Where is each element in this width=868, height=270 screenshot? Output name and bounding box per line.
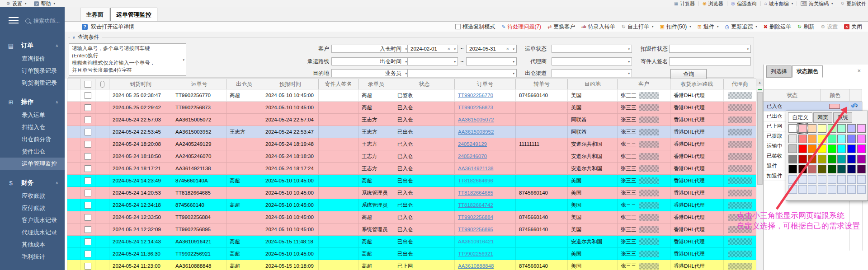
sender-signature-input[interactable] (669, 57, 751, 65)
order-link[interactable]: TT9902256895 (458, 223, 493, 235)
row-select-cell[interactable] (80, 102, 95, 114)
sidebar-item[interactable]: 其他成本 (0, 238, 65, 251)
inbound-from-date[interactable]: 2024-02-01×▾ (407, 45, 458, 53)
select-all-checkbox[interactable] (85, 81, 91, 88)
color-cell[interactable] (798, 155, 807, 163)
color-cell[interactable] (820, 104, 849, 109)
waybill-status-select[interactable]: ▾ (552, 45, 632, 53)
sidebar-item[interactable]: 扫描入仓 (0, 121, 65, 133)
color-cell[interactable] (788, 135, 797, 143)
column-header-status[interactable]: 状态 (394, 79, 455, 89)
close-button[interactable]: ✕关闭 (844, 23, 862, 31)
order-link[interactable]: AA3610888848 (458, 260, 494, 270)
refresh-button[interactable]: ↻刷新 (797, 23, 814, 31)
order-link[interactable]: AA3614921138 (458, 163, 493, 174)
update-tracking-button[interactable]: ◷更新追踪▾ (725, 23, 757, 31)
panel-tab-状态颜色[interactable]: 状态颜色 (792, 65, 823, 78)
color-cell[interactable] (798, 165, 807, 173)
color-cell[interactable] (857, 135, 866, 143)
row-select-cell[interactable] (80, 126, 95, 138)
sidebar-item[interactable]: 出仓前分货 (0, 133, 65, 145)
color-cell[interactable] (808, 155, 816, 163)
marquee-checkbox[interactable] (455, 24, 461, 29)
change-customer-button[interactable]: ⇄更换客户 (547, 23, 575, 31)
color-cell[interactable] (847, 144, 856, 153)
color-cell[interactable] (847, 135, 856, 143)
table-row[interactable]: 2024-05-24 11:36:30TT9902256921高超2024-05… (67, 248, 756, 260)
column-header-sender-signature[interactable]: 寄件人签名 (319, 79, 359, 89)
row-checkbox[interactable] (85, 190, 91, 196)
color-cell[interactable] (837, 155, 846, 163)
table-row[interactable]: 2024-05-24 18:20:08AA24052491292024-05-2… (67, 138, 756, 150)
cell-order-no[interactable]: TT9902256873 (455, 102, 516, 114)
scroll-up-icon[interactable]: ▲ (756, 79, 763, 86)
cell-order-no[interactable]: TT9902256895 (455, 223, 516, 236)
calculator-button[interactable]: ▦计算器 (674, 0, 695, 7)
color-cell[interactable] (847, 155, 856, 163)
order-link[interactable]: TT8182664696 (458, 175, 493, 186)
order-link[interactable]: TT8182664742 (458, 199, 493, 211)
settings-menu[interactable]: ⚙设置▾ (6, 0, 26, 7)
row-select-cell[interactable] (80, 248, 95, 260)
column-header-order-no[interactable]: 订单号 (455, 79, 516, 89)
color-cell[interactable] (808, 135, 816, 143)
row-checkbox[interactable] (85, 177, 91, 184)
table-row[interactable]: 2024-05-24 14:20:53TT81826646852024-05-1… (67, 187, 756, 199)
order-link[interactable]: TT9902256873 (458, 102, 493, 113)
table-row[interactable]: 2024-05-25 02:29:42TT99022568732024-05-1… (67, 102, 756, 114)
scrollbar-thumb[interactable] (757, 92, 763, 185)
order-link[interactable]: AA3610916421 (458, 236, 494, 247)
empty-color-cell[interactable] (857, 185, 866, 194)
waybill-no-textarea[interactable]: 请输入单号，多个单号请按回车键 (Enter)换行 模糊查询模式仅允许输入一个单… (69, 43, 186, 76)
delete-waybill-button[interactable]: ✖删除运单 (764, 23, 791, 31)
empty-color-cell[interactable] (788, 175, 797, 184)
color-cell[interactable] (798, 135, 807, 143)
salesman-select[interactable]: ▾ (407, 69, 517, 77)
agent-select[interactable]: ▾ (552, 57, 632, 65)
hold-items-button[interactable]: ▣扣件(50)▾ (660, 23, 691, 31)
column-header-customer[interactable]: 客户 (618, 79, 670, 89)
row-checkbox[interactable] (85, 165, 91, 172)
order-link[interactable]: 2405249129 (458, 138, 487, 150)
color-cell[interactable] (837, 135, 846, 143)
cell-order-no[interactable]: 2405249129 (455, 138, 516, 150)
sidebar-item[interactable]: 订单预录记录 (0, 65, 65, 77)
row-checkbox[interactable] (85, 104, 91, 111)
color-cell[interactable] (788, 124, 797, 133)
row-checkbox[interactable] (85, 202, 91, 209)
row-select-cell[interactable] (80, 187, 95, 199)
color-cell[interactable] (818, 124, 826, 133)
color-cell[interactable] (798, 124, 807, 133)
cell-order-no[interactable]: TT8182664685 (455, 187, 516, 199)
tab-inactive[interactable]: 主界面 (80, 8, 109, 21)
color-cell[interactable] (828, 165, 836, 173)
empty-color-cell[interactable] (798, 185, 807, 194)
empty-color-cell[interactable] (837, 185, 846, 194)
sidebar-item[interactable]: 到货测重记录 (0, 77, 65, 89)
table-row[interactable]: 2024-05-24 18:17:21AA36149211382024-05-2… (67, 163, 756, 175)
color-cell[interactable] (857, 155, 866, 163)
color-cell[interactable] (828, 155, 836, 163)
table-row[interactable]: 2024-05-25 02:38:47TT9902256770高超2024-05… (67, 89, 756, 102)
order-link[interactable]: AA3615003952 (458, 126, 494, 138)
pending-transfer-button[interactable]: ab待录入转单 (581, 23, 615, 31)
hold-return-status-select[interactable]: ▾ (669, 45, 751, 53)
column-header-arrival-time[interactable]: 到货时间 (109, 79, 172, 89)
row-checkbox[interactable] (85, 141, 91, 148)
clear-icon[interactable]: × (448, 45, 450, 52)
row-checkbox[interactable] (85, 263, 91, 270)
empty-color-cell[interactable] (857, 175, 866, 184)
row-select-cell[interactable] (80, 199, 95, 211)
browser-button[interactable]: ◉浏览器 (703, 0, 723, 7)
cell-order-no[interactable]: AA3610888848 (455, 260, 516, 270)
sidebar-item[interactable]: 应付账款 (0, 202, 65, 214)
color-cell[interactable] (818, 165, 826, 173)
row-select-cell[interactable] (80, 211, 95, 223)
empty-color-cell[interactable] (847, 175, 856, 184)
table-row[interactable]: 2024-05-24 18:18:50AA24052460702024-05-2… (67, 150, 756, 163)
empty-color-cell[interactable] (818, 185, 826, 194)
row-checkbox[interactable] (85, 226, 91, 233)
cell-order-no[interactable]: TT9902256770 (455, 89, 516, 102)
sidebar-item[interactable]: 运单管理监控 (0, 158, 65, 170)
empty-color-cell[interactable] (837, 175, 846, 184)
